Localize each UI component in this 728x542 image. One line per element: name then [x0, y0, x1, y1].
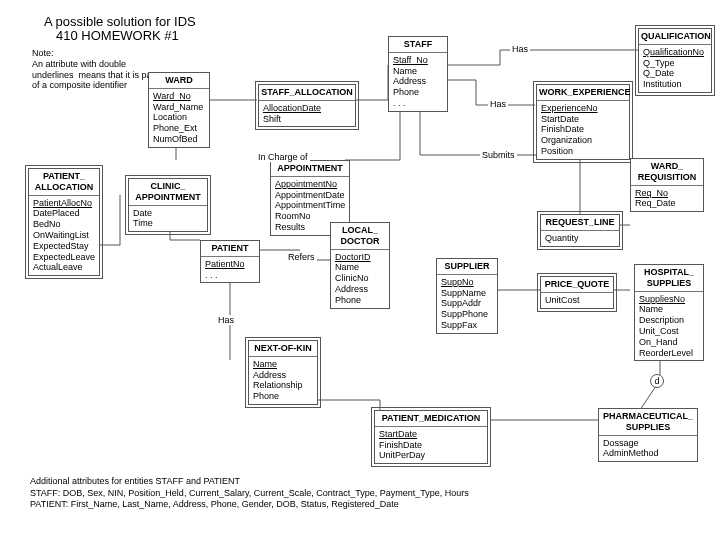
request-line-title: REQUEST_LINE: [541, 215, 619, 231]
patient-allocation-attr: ExpectedLeave: [33, 252, 95, 263]
appointment-attr: AppointmentTime: [275, 200, 345, 211]
work-experience-attr: StartDate: [541, 114, 625, 125]
label-has: Has: [510, 44, 530, 54]
patient-medication-attr: UnitPerDay: [379, 450, 483, 461]
entity-staff-allocation: STAFF_ALLOCATION AllocationDate Shift: [258, 84, 356, 127]
supplier-attr: SuppPhone: [441, 309, 493, 320]
footer-line3: PATIENT: First_Name, Last_Name, Address,…: [30, 499, 469, 511]
appointment-attr: AppointmentNo: [275, 179, 345, 190]
entity-qualification: QUALIFICATION QualificationNo Q_Type Q_D…: [638, 28, 712, 93]
patient-allocation-attr: PatientAllocNo: [33, 198, 95, 209]
supplier-attr: SuppName: [441, 288, 493, 299]
pharmaceutical-supplies-attr: AdminMethod: [603, 448, 693, 459]
ward-attr: Phone_Ext: [153, 123, 205, 134]
entity-supplier: SUPPLIER SuppNo SuppName SuppAddr SuppPh…: [436, 258, 498, 334]
hospital-supplies-attr: Name: [639, 304, 699, 315]
pharmaceutical-supplies-attr: Dossage: [603, 438, 693, 449]
entity-price-quote: PRICE_QUOTE UnitCost: [540, 276, 614, 309]
local-doctor-attr: ClinicNo: [335, 273, 385, 284]
entity-local-doctor: LOCAL_ DOCTOR DoctorID Name ClinicNo Add…: [330, 222, 390, 309]
patient-attr: PatientNo: [205, 259, 255, 270]
qualification-attr: Institution: [643, 79, 707, 90]
footer: Additional attributes for entities STAFF…: [30, 476, 469, 511]
label-d-circle: d: [650, 374, 664, 388]
request-line-attr: Quantity: [545, 233, 615, 244]
label-in-charge: In Charge of: [256, 152, 310, 162]
ward-requisition-title: WARD_ REQUISITION: [631, 159, 703, 186]
local-doctor-attr: Address: [335, 284, 385, 295]
patient-title: PATIENT: [201, 241, 259, 257]
staff-attr: Phone: [393, 87, 443, 98]
local-doctor-attr: DoctorID: [335, 252, 385, 263]
local-doctor-attr: Phone: [335, 295, 385, 306]
qualification-attr: QualificationNo: [643, 47, 707, 58]
ward-attr: Ward_No: [153, 91, 205, 102]
entity-patient-allocation: PATIENT_ ALLOCATION PatientAllocNo DateP…: [28, 168, 100, 276]
entity-staff: STAFF Staff_No Name Address Phone . . .: [388, 36, 448, 112]
title-line1: A possible solution for IDS: [44, 14, 196, 29]
ward-requisition-attr: Req_No: [635, 188, 699, 199]
supplier-title: SUPPLIER: [437, 259, 497, 275]
patient-allocation-attr: BedNo: [33, 219, 95, 230]
staff-attr: Name: [393, 66, 443, 77]
label-has: Has: [488, 99, 508, 109]
patient-medication-attr: StartDate: [379, 429, 483, 440]
staff-allocation-attr: AllocationDate: [263, 103, 351, 114]
note-text: Note: An attribute with double underline…: [32, 48, 157, 91]
hospital-supplies-attr: SuppliesNo: [639, 294, 699, 305]
local-doctor-title: LOCAL_ DOCTOR: [331, 223, 389, 250]
hospital-supplies-attr: ReorderLevel: [639, 348, 699, 359]
price-quote-attr: UnitCost: [545, 295, 609, 306]
patient-attr: . . .: [205, 270, 255, 281]
ward-attr: Ward_Name: [153, 102, 205, 113]
appointment-attr: AppointmentDate: [275, 190, 345, 201]
next-of-kin-attr: Name: [253, 359, 313, 370]
label-submits: Submits: [480, 150, 517, 160]
ward-title: WARD: [149, 73, 209, 89]
supplier-attr: SuppNo: [441, 277, 493, 288]
clinic-appointment-attr: Date: [133, 208, 203, 219]
entity-next-of-kin: NEXT-OF-KIN Name Address Relationship Ph…: [248, 340, 318, 405]
staff-title: STAFF: [389, 37, 447, 53]
work-experience-attr: Organization: [541, 135, 625, 146]
local-doctor-attr: Name: [335, 262, 385, 273]
entity-pharmaceutical-supplies: PHARMACEUTICAL_ SUPPLIES Dossage AdminMe…: [598, 408, 698, 462]
ward-attr: Location: [153, 112, 205, 123]
entity-hospital-supplies: HOSPITAL_ SUPPLIES SuppliesNo Name Descr…: [634, 264, 704, 361]
qualification-attr: Q_Date: [643, 68, 707, 79]
hospital-supplies-attr: On_Hand: [639, 337, 699, 348]
next-of-kin-attr: Relationship: [253, 380, 313, 391]
entity-patient: PATIENT PatientNo . . .: [200, 240, 260, 283]
clinic-appointment-attr: Time: [133, 218, 203, 229]
footer-line2: STAFF: DOB, Sex, NIN, Position_Held, Cur…: [30, 488, 469, 500]
patient-allocation-attr: OnWaitingList: [33, 230, 95, 241]
appointment-title: APPOINTMENT: [271, 161, 349, 177]
entity-clinic-appointment: CLINIC_ APPOINTMENT Date Time: [128, 178, 208, 232]
patient-allocation-attr: ExpectedStay: [33, 241, 95, 252]
staff-attr: . . .: [393, 98, 443, 109]
footer-line1: Additional attributes for entities STAFF…: [30, 476, 469, 488]
entity-work-experience: WORK_EXPERIENCE ExperienceNo StartDate F…: [536, 84, 630, 160]
hospital-supplies-attr: Description: [639, 315, 699, 326]
staff-attr: Address: [393, 76, 443, 87]
ward-attr: NumOfBed: [153, 134, 205, 145]
ward-requisition-attr: Req_Date: [635, 198, 699, 209]
appointment-attr: RoomNo: [275, 211, 345, 222]
price-quote-title: PRICE_QUOTE: [541, 277, 613, 293]
clinic-appointment-title: CLINIC_ APPOINTMENT: [129, 179, 207, 206]
work-experience-title: WORK_EXPERIENCE: [537, 85, 629, 101]
patient-allocation-attr: DatePlaced: [33, 208, 95, 219]
next-of-kin-attr: Phone: [253, 391, 313, 402]
next-of-kin-title: NEXT-OF-KIN: [249, 341, 317, 357]
patient-medication-title: PATIENT_MEDICATION: [375, 411, 487, 427]
label-has: Has: [216, 315, 236, 325]
staff-allocation-attr: Shift: [263, 114, 351, 125]
pharmaceutical-supplies-title: PHARMACEUTICAL_ SUPPLIES: [599, 409, 697, 436]
work-experience-attr: ExperienceNo: [541, 103, 625, 114]
next-of-kin-attr: Address: [253, 370, 313, 381]
qualification-attr: Q_Type: [643, 58, 707, 69]
hospital-supplies-attr: Unit_Cost: [639, 326, 699, 337]
staff-attr: Staff_No: [393, 55, 443, 66]
patient-medication-attr: FinishDate: [379, 440, 483, 451]
entity-patient-medication: PATIENT_MEDICATION StartDate FinishDate …: [374, 410, 488, 464]
